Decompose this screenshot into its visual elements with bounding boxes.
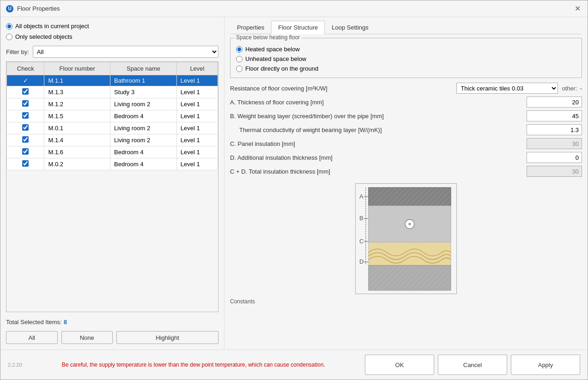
svg-point-13 <box>408 223 411 225</box>
constants-section: Constants <box>230 298 582 305</box>
row-floor-number: M.1.4 <box>44 134 110 146</box>
row-check-cell[interactable] <box>7 110 44 122</box>
row-checkbox[interactable] <box>22 112 29 119</box>
floor-diagram-area: A B C D <box>230 183 582 294</box>
table-row[interactable]: M.1.4Living room 2Level 1 <box>7 134 218 146</box>
filter-select[interactable]: All <box>33 46 218 58</box>
resistance-label: Resistance of floor covering [m²K/W] <box>230 85 456 92</box>
row-checkbox[interactable] <box>22 100 29 107</box>
field-a-label: A. Thickness of floor covering [mm] <box>230 99 527 106</box>
other-value: - <box>580 85 582 92</box>
row-level: Level 1 <box>176 75 218 86</box>
tab-floor-structure[interactable]: Floor Structure <box>271 21 325 34</box>
row-level: Level 1 <box>176 86 218 98</box>
table-row[interactable]: M.1.3Study 3Level 1 <box>7 86 218 98</box>
thermal-cond-input[interactable] <box>527 124 582 135</box>
svg-rect-17 <box>369 265 451 290</box>
table-row[interactable]: M.1.5Bedroom 4Level 1 <box>7 110 218 122</box>
radio-all-label: All objects in current project <box>15 23 89 30</box>
selection-buttons: All None Highlight <box>6 331 218 344</box>
row-check-cell[interactable] <box>7 122 44 134</box>
floor-properties-dialog: U Floor Properties ✕ All objects in curr… <box>0 0 588 380</box>
total-row: Total Selected Items: 8 <box>6 319 218 326</box>
radio-ground-input[interactable] <box>236 66 242 72</box>
row-check-cell[interactable] <box>7 134 44 146</box>
row-space-name: Living room 2 <box>110 98 177 110</box>
row-floor-number: M.1.3 <box>44 86 110 98</box>
row-check-cell[interactable] <box>7 98 44 110</box>
action-buttons: OK Cancel Apply <box>365 355 580 375</box>
radio-all-input[interactable] <box>6 23 12 30</box>
table-row[interactable]: M.1.2Living room 2Level 1 <box>7 98 218 110</box>
resistance-row: Resistance of floor covering [m²K/W] Thi… <box>230 83 582 94</box>
table-row[interactable]: M.0.1Living room 2Level 1 <box>7 122 218 134</box>
floor-table: Check Floor number Space name Level ✓M.1… <box>6 62 218 170</box>
cancel-button[interactable]: Cancel <box>438 355 507 375</box>
field-b-input[interactable] <box>527 110 582 121</box>
field-a-row: A. Thickness of floor covering [mm] <box>230 97 582 108</box>
table-row[interactable]: M.0.2Bedroom 4Level 1 <box>7 158 218 170</box>
field-b-row: B. Weight beaing layer (screed/timber) o… <box>230 110 582 121</box>
space-below-radio-group: Heated space below Unheated space below … <box>236 44 576 72</box>
field-d-label: D. Additional insulation thickness [mm] <box>230 154 527 161</box>
radio-selected-input[interactable] <box>6 34 12 40</box>
app-icon: U <box>6 5 13 12</box>
radio-heated[interactable]: Heated space below <box>236 46 576 53</box>
radio-selected-objects[interactable]: Only selected objects <box>6 33 218 40</box>
table-row[interactable]: M.1.6Bedroom 4Level 1 <box>7 146 218 158</box>
field-a-input[interactable] <box>527 97 582 108</box>
radio-heated-label: Heated space below <box>245 46 300 53</box>
resistance-select[interactable]: Thick ceramic tiles 0.03 <box>456 83 558 94</box>
radio-unheated-label: Unheated space below <box>245 55 306 62</box>
row-floor-number: M.0.1 <box>44 122 110 134</box>
radio-heated-input[interactable] <box>236 46 242 53</box>
main-content: All objects in current project Only sele… <box>0 17 588 350</box>
highlight-button[interactable]: Highlight <box>116 331 218 344</box>
row-checkbox[interactable] <box>22 148 29 155</box>
thermal-cond-label: Thermal conductivity of weight bearing l… <box>239 127 527 133</box>
filter-row: Filter by: All <box>6 46 218 58</box>
row-checkbox[interactable] <box>22 136 29 143</box>
left-panel: All objects in current project Only sele… <box>0 17 224 350</box>
row-level: Level 1 <box>176 134 218 146</box>
filter-label: Filter by: <box>6 48 29 55</box>
row-checkbox[interactable] <box>22 124 29 131</box>
ok-button[interactable]: OK <box>365 355 434 375</box>
radio-all-objects[interactable]: All objects in current project <box>6 23 218 30</box>
radio-unheated-input[interactable] <box>236 56 242 62</box>
select-none-button[interactable]: None <box>61 331 113 344</box>
row-check-cell[interactable] <box>7 86 44 98</box>
table-row[interactable]: ✓M.1.1Bathroom 1Level 1 <box>7 75 218 86</box>
row-check-cell[interactable]: ✓ <box>7 75 44 86</box>
row-check-cell[interactable] <box>7 158 44 170</box>
select-all-button[interactable]: All <box>6 331 58 344</box>
floor-diagram: A B C D <box>355 183 457 294</box>
col-space-name: Space name <box>110 62 177 75</box>
radio-unheated[interactable]: Unheated space below <box>236 55 576 62</box>
total-label: Total Selected Items: <box>6 319 62 326</box>
row-checkbox[interactable] <box>22 88 29 95</box>
radio-ground[interactable]: Floor directly on the ground <box>236 65 576 72</box>
row-space-name: Bathroom 1 <box>110 75 177 86</box>
field-d-input[interactable] <box>527 152 582 163</box>
field-cd-label: C + D. Total insulation thickness [mm] <box>230 168 527 175</box>
row-level: Level 1 <box>176 122 218 134</box>
col-level: Level <box>176 62 218 75</box>
row-check-cell[interactable] <box>7 146 44 158</box>
row-space-name: Bedroom 4 <box>110 158 177 170</box>
field-d-row: D. Additional insulation thickness [mm] <box>230 152 582 163</box>
field-c-label: C. Panel insulation [mm] <box>230 140 527 147</box>
svg-text:B: B <box>359 215 364 222</box>
tab-properties[interactable]: Properties <box>230 21 271 34</box>
row-checkbox[interactable] <box>22 160 29 167</box>
check-mark: ✓ <box>23 77 28 84</box>
apply-button[interactable]: Apply <box>511 355 580 375</box>
svg-text:D: D <box>359 259 364 265</box>
close-button[interactable]: ✕ <box>573 4 582 13</box>
svg-text:A: A <box>359 193 364 200</box>
tab-loop-settings[interactable]: Loop Settings <box>325 21 376 34</box>
other-label: other: <box>562 85 577 92</box>
field-c-row: C. Panel insulation [mm] <box>230 138 582 149</box>
col-floor-number: Floor number <box>44 62 110 75</box>
space-below-title: Space below heating floor <box>234 34 302 41</box>
